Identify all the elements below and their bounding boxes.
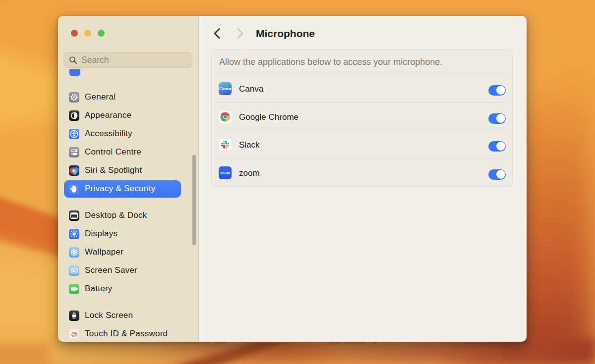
svg-text:zoom: zoom bbox=[220, 171, 230, 175]
svg-text:Canva: Canva bbox=[219, 86, 232, 91]
